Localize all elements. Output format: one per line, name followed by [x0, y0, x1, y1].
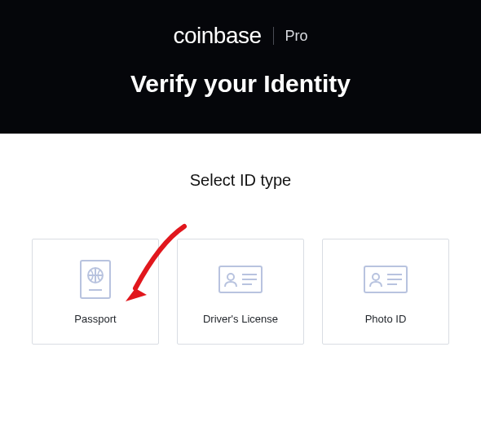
svg-point-11 [373, 274, 379, 280]
id-card-icon [363, 259, 408, 300]
id-type-options: Passport Driver's License [24, 239, 457, 345]
svg-point-6 [227, 274, 234, 280]
option-label: Passport [74, 313, 116, 325]
brand-sub-text: Pro [285, 28, 308, 45]
brand-main-text: coinbase [173, 23, 261, 49]
brand-separator [273, 27, 274, 45]
header: coinbase Pro Verify your Identity [0, 0, 481, 134]
option-photo-id[interactable]: Photo ID [322, 239, 449, 345]
option-drivers-license[interactable]: Driver's License [177, 239, 304, 345]
option-passport[interactable]: Passport [32, 239, 159, 345]
id-card-icon [218, 259, 263, 300]
passport-icon [79, 259, 112, 300]
option-label: Driver's License [203, 313, 278, 325]
brand: coinbase Pro [8, 23, 473, 49]
page-title: Verify your Identity [8, 70, 473, 98]
section-title: Select ID type [24, 171, 457, 190]
option-label: Photo ID [365, 313, 407, 325]
content: Select ID type Passport [0, 134, 481, 369]
